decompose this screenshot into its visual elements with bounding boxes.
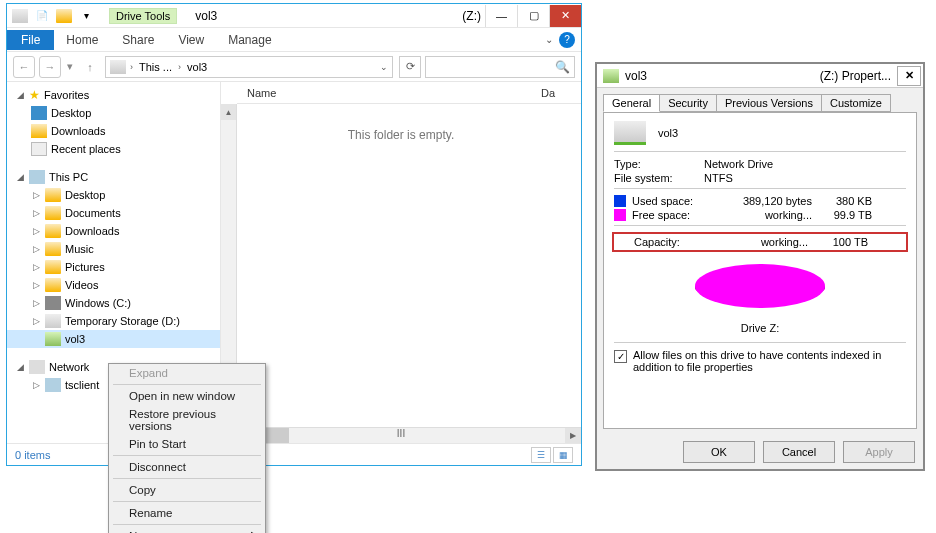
tree-label: Network <box>49 361 89 373</box>
contextual-tab-drive-tools[interactable]: Drive Tools <box>109 8 177 24</box>
filesystem-label: File system: <box>614 172 704 184</box>
separator <box>614 225 906 226</box>
tree-windows-c[interactable]: ▷Windows (C:) <box>7 294 220 312</box>
used-human: 380 KB <box>812 195 872 207</box>
breadcrumb-seg[interactable]: vol3 <box>185 61 209 73</box>
qat-dropdown-icon[interactable]: ▾ <box>77 7 95 25</box>
ctx-separator <box>113 501 261 502</box>
tree-label: Downloads <box>51 125 105 137</box>
ctx-new[interactable]: New <box>109 527 265 533</box>
empty-folder-message: This folder is empty. <box>221 128 581 142</box>
tree-label: Recent places <box>51 143 121 155</box>
search-input[interactable]: 🔍 <box>425 56 575 78</box>
ribbon-collapse-icon[interactable]: ⌄ <box>539 34 559 45</box>
view-icons-button[interactable]: ▦ <box>553 447 573 463</box>
ribbon-view[interactable]: View <box>166 30 216 50</box>
tree-label: Windows (C:) <box>65 297 131 309</box>
index-checkbox[interactable]: ✓ <box>614 350 627 363</box>
tree-label: Temporary Storage (D:) <box>65 315 180 327</box>
props-titlebar: vol3 (Z:) Propert... ✕ <box>597 64 923 88</box>
tree-label: tsclient <box>65 379 99 391</box>
tree-thispc[interactable]: ◢This PC <box>7 168 220 186</box>
maximize-button[interactable]: ▢ <box>517 5 549 27</box>
tree-favorites[interactable]: ◢★Favorites <box>7 86 220 104</box>
qat-newfolder-icon[interactable] <box>55 7 73 25</box>
ribbon-share[interactable]: Share <box>110 30 166 50</box>
tree-music[interactable]: ▷Music <box>7 240 220 258</box>
used-label: Used space: <box>632 195 712 207</box>
props-tabstrip: General Security Previous Versions Custo… <box>597 88 923 112</box>
ok-button[interactable]: OK <box>683 441 755 463</box>
search-icon: 🔍 <box>555 60 570 74</box>
address-dropdown-icon[interactable]: ⌄ <box>380 62 388 72</box>
tree-pc-desktop[interactable]: ▷Desktop <box>7 186 220 204</box>
free-label: Free space: <box>632 209 712 221</box>
file-list: ▲ Name Da This folder is empty. ◀ III ▶ <box>221 82 581 443</box>
minimize-button[interactable]: — <box>485 5 517 27</box>
ctx-open-new-window[interactable]: Open in new window <box>109 387 265 405</box>
column-date[interactable]: Da <box>541 87 581 99</box>
used-swatch <box>614 195 626 207</box>
nav-back-button[interactable]: ← <box>13 56 35 78</box>
used-bytes: 389,120 bytes <box>712 195 812 207</box>
nav-history-dropdown[interactable]: ▾ <box>65 60 75 73</box>
address-input[interactable]: › This ... › vol3 ⌄ <box>105 56 393 78</box>
column-name[interactable]: Name <box>237 87 541 99</box>
tab-previous-versions[interactable]: Previous Versions <box>716 94 822 112</box>
tab-customize[interactable]: Customize <box>821 94 891 112</box>
breadcrumb-sep: › <box>178 62 181 72</box>
scroll-marker: III <box>397 428 405 439</box>
separator <box>614 151 906 152</box>
free-swatch <box>614 209 626 221</box>
scroll-right-icon[interactable]: ▶ <box>565 428 581 443</box>
view-details-button[interactable]: ☰ <box>531 447 551 463</box>
separator <box>614 342 906 343</box>
status-item-count: 0 items <box>15 449 50 461</box>
dialog-buttons: OK Cancel Apply <box>597 435 923 469</box>
tree-pictures[interactable]: ▷Pictures <box>7 258 220 276</box>
tree-videos[interactable]: ▷Videos <box>7 276 220 294</box>
tree-pc-downloads[interactable]: ▷Downloads <box>7 222 220 240</box>
tab-security[interactable]: Security <box>659 94 717 112</box>
tree-temp-d[interactable]: ▷Temporary Storage (D:) <box>7 312 220 330</box>
help-icon[interactable]: ? <box>559 32 575 48</box>
separator <box>614 188 906 189</box>
tab-general[interactable]: General <box>603 94 660 112</box>
capacity-highlight: Capacity: working... 100 TB <box>612 232 908 252</box>
ribbon: File Home Share View Manage ⌄ ? <box>7 28 581 52</box>
refresh-button[interactable]: ⟳ <box>399 56 421 78</box>
apply-button[interactable]: Apply <box>843 441 915 463</box>
tree-label: Pictures <box>65 261 105 273</box>
window-title: vol3 <box>195 9 217 23</box>
nav-up-button[interactable]: ↑ <box>79 56 101 78</box>
type-label: Type: <box>614 158 704 170</box>
tree-recent[interactable]: Recent places <box>7 140 220 158</box>
vertical-scrollbar[interactable]: ▲ <box>221 104 237 404</box>
ctx-rename[interactable]: Rename <box>109 504 265 522</box>
ribbon-file[interactable]: File <box>7 30 54 50</box>
tree-label: This PC <box>49 171 88 183</box>
breadcrumb-root[interactable]: This ... <box>137 61 174 73</box>
system-menu-icon[interactable] <box>11 7 29 25</box>
ctx-restore-versions[interactable]: Restore previous versions <box>109 405 265 435</box>
tree-documents[interactable]: ▷Documents <box>7 204 220 222</box>
ribbon-home[interactable]: Home <box>54 30 110 50</box>
ctx-disconnect[interactable]: Disconnect <box>109 458 265 476</box>
drive-letter-label: Drive Z: <box>614 322 906 334</box>
nav-forward-button[interactable]: → <box>39 56 61 78</box>
tree-downloads[interactable]: Downloads <box>7 122 220 140</box>
tree-desktop[interactable]: Desktop <box>7 104 220 122</box>
close-button[interactable]: ✕ <box>549 5 581 27</box>
props-close-button[interactable]: ✕ <box>897 66 921 86</box>
pie-chart <box>695 264 825 318</box>
horizontal-scrollbar[interactable]: ◀ III ▶ <box>221 427 581 443</box>
ctx-copy[interactable]: Copy <box>109 481 265 499</box>
address-drive-icon <box>110 60 126 74</box>
qat-properties-icon[interactable]: 📄 <box>33 7 51 25</box>
cancel-button[interactable]: Cancel <box>763 441 835 463</box>
titlebar: 📄 ▾ Drive Tools vol3 (Z:) — ▢ ✕ <box>7 4 581 28</box>
ctx-pin-start[interactable]: Pin to Start <box>109 435 265 453</box>
ribbon-manage[interactable]: Manage <box>216 30 283 50</box>
scroll-up-icon[interactable]: ▲ <box>221 104 236 120</box>
tree-vol3[interactable]: vol3 <box>7 330 220 348</box>
